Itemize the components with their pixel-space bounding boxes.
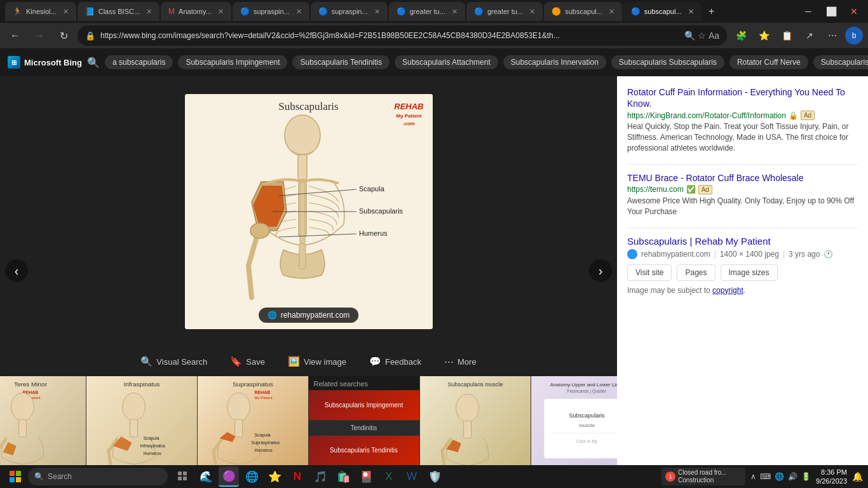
taskbar-clock[interactable]: 8:36 PM 9/26/2023 xyxy=(816,468,847,486)
tab-9-active[interactable]: 🔵 subscapul... ✕ xyxy=(623,2,702,21)
pill-a-subscapularis[interactable]: a subscapularis xyxy=(105,55,173,69)
visit-site-button[interactable]: Visit site xyxy=(627,264,672,281)
taskbar-store[interactable]: 🛍️ xyxy=(333,466,353,487)
thumbnail-5[interactable]: Subscapularis muscle xyxy=(420,376,531,465)
more-tools-button[interactable]: ⋯ xyxy=(822,25,843,46)
tab-7[interactable]: 🔵 greater tu... ✕ xyxy=(466,2,543,21)
back-button[interactable]: ← xyxy=(5,25,25,46)
main-content: ‹ › Subscapularis REHAB My Patient .com xyxy=(0,76,868,465)
taskbar-spotify[interactable]: 🎵 xyxy=(310,466,330,487)
bing-logo[interactable]: ⊞ Microsoft Bing xyxy=(8,56,82,69)
tab-close-9[interactable]: ✕ xyxy=(688,8,694,16)
svg-rect-59 xyxy=(10,477,15,482)
pill-innervation[interactable]: Subscapularis Innervation xyxy=(503,55,606,69)
pill-tendinitis[interactable]: Subscapularis Tendinitis xyxy=(292,55,390,69)
taskbar-teams[interactable]: 🟣 xyxy=(219,466,239,487)
bing-search-icon[interactable]: 🔍 xyxy=(87,57,100,69)
tab-close-2[interactable]: ✕ xyxy=(146,8,152,16)
thumbnail-4[interactable]: Supraspinatus REHAB My Patient Scapula S… xyxy=(198,376,309,465)
pill-fossa[interactable]: Subscapularis Fossa xyxy=(813,55,868,69)
more-button[interactable]: ⋯ More xyxy=(439,353,482,370)
tab-3[interactable]: M Anatomy... ✕ xyxy=(161,2,231,21)
copyright-link[interactable]: copyright xyxy=(712,286,743,295)
tab-close-3[interactable]: ✕ xyxy=(218,8,224,16)
notifications-icon[interactable]: 🔔 xyxy=(852,471,863,482)
taskbar-excel[interactable]: X xyxy=(379,466,399,487)
forward-button[interactable]: → xyxy=(29,25,50,46)
taskbar-disney[interactable]: ⭐ xyxy=(264,466,285,487)
start-button[interactable] xyxy=(5,466,25,487)
close-button[interactable]: ✕ xyxy=(845,3,863,20)
taskbar-edge[interactable]: 🌊 xyxy=(196,466,216,487)
battery-icon[interactable]: 🔋 xyxy=(801,472,811,481)
thumbnail-strip: Subscapularis REHAB My Patient xyxy=(0,376,617,465)
save-button[interactable]: 🔖 Save xyxy=(225,353,270,370)
chevron-icon[interactable]: ∧ xyxy=(750,472,756,481)
prev-image-button[interactable]: ‹ xyxy=(5,259,28,282)
reader-icon[interactable]: Aa xyxy=(709,30,719,41)
taskbar-mahjongg[interactable]: 🎴 xyxy=(356,466,376,487)
related-item-2[interactable]: Subscapularis Tendinitis xyxy=(309,436,419,466)
collections-button[interactable]: 📋 xyxy=(776,25,797,46)
pill-attachment[interactable]: Subscapularis Attachment xyxy=(395,55,498,69)
pill-subscapularis2[interactable]: Subscapularis Subscapularis xyxy=(611,55,724,69)
share-button[interactable]: ↗ xyxy=(799,25,820,46)
related-item-1[interactable]: Subscapularis Impingement xyxy=(309,390,419,421)
new-tab-button[interactable]: + xyxy=(703,3,721,20)
star-icon[interactable]: ☆ xyxy=(698,30,706,41)
pill-rotator-cuff[interactable]: Rotator Cuff Nerve xyxy=(729,55,808,69)
keyboard-icon[interactable]: ⌨ xyxy=(760,472,771,481)
minimize-button[interactable]: ─ xyxy=(799,3,817,20)
image-sizes-button[interactable]: Image sizes xyxy=(721,264,778,281)
taskbar-word[interactable]: W xyxy=(402,466,422,487)
tab-close-6[interactable]: ✕ xyxy=(452,8,458,16)
network-icon[interactable]: 🌐 xyxy=(775,472,784,481)
copyright-period: . xyxy=(743,286,745,295)
svg-text:Humerus: Humerus xyxy=(254,448,273,452)
taskbar-task-view[interactable] xyxy=(173,466,193,487)
tab-close-4[interactable]: ✕ xyxy=(296,8,302,16)
thumbnail-3[interactable]: Infraspinatus Scapula Infraspinatus Hume… xyxy=(86,376,198,465)
url-bar[interactable]: 🔒 https://www.bing.com/images/search?vie… xyxy=(78,25,727,46)
tab-close-5[interactable]: ✕ xyxy=(374,8,380,16)
tab-8[interactable]: 🟠 subscapul... ✕ xyxy=(544,2,622,21)
tab-close-7[interactable]: ✕ xyxy=(529,8,535,16)
taskbar-netflix[interactable]: N xyxy=(287,466,308,487)
svg-rect-27 xyxy=(130,419,137,437)
tab-close-8[interactable]: ✕ xyxy=(609,8,614,16)
taskbar-search[interactable]: 🔍 Search xyxy=(28,468,168,485)
visual-search-label: Visual Search xyxy=(156,357,207,367)
tab-4[interactable]: 🔵 supraspin... ✕ xyxy=(233,2,309,21)
pages-button[interactable]: Pages xyxy=(677,264,715,281)
search-icon[interactable]: 🔍 xyxy=(684,30,695,41)
tab-5[interactable]: 🔵 supraspin... ✕ xyxy=(311,2,388,21)
next-image-button[interactable]: › xyxy=(589,259,612,282)
notification-area[interactable]: 1 Closed road fro... Construction xyxy=(661,468,745,485)
view-image-button[interactable]: 🖼️ View image xyxy=(283,353,351,370)
tab-6[interactable]: 🔵 greater tu... ✕ xyxy=(389,2,465,21)
extensions-button[interactable]: 🧩 xyxy=(731,25,751,46)
refresh-button[interactable]: ↻ xyxy=(53,25,74,46)
visual-search-button[interactable]: 🔍 Visual Search xyxy=(135,353,212,370)
taskbar-security[interactable]: 🛡️ xyxy=(424,466,445,487)
thumbnail-2[interactable]: Teres Minor REHAB My Patient xyxy=(0,376,86,465)
thumbnail-6[interactable]: Anatomy-Upper and Lower Limb Flashcards … xyxy=(531,376,618,465)
tab-close-1[interactable]: ✕ xyxy=(63,8,69,16)
taskbar-edge-2[interactable]: 🌐 xyxy=(241,466,262,487)
volume-icon[interactable]: 🔊 xyxy=(788,472,797,481)
maximize-button[interactable]: ⬜ xyxy=(822,3,840,20)
feedback-button[interactable]: 💬 Feedback xyxy=(364,353,426,370)
ad-1-title[interactable]: Rotator Cuff Pain Information - Everythi… xyxy=(627,86,858,109)
tab-2[interactable]: 📘 Class BISC... ✕ xyxy=(78,2,159,21)
source-title[interactable]: Subscapularis | Rehab My Patient xyxy=(627,236,858,247)
favorites-button[interactable]: ⭐ xyxy=(754,25,774,46)
tab-1[interactable]: 🏃 Kinesiol... ✕ xyxy=(5,2,76,21)
image-source-badge[interactable]: 🌐 rehabmypatient.com xyxy=(259,308,359,323)
related-searches-card[interactable]: Related searches Subscapularis Impingeme… xyxy=(309,376,420,465)
pill-impingement[interactable]: Subscapularis Impingement xyxy=(178,55,287,69)
bing-button[interactable]: b xyxy=(845,27,863,44)
ad-2-title[interactable]: TEMU Brace - Rotator Cuff Brace Wholesal… xyxy=(627,172,858,184)
svg-rect-1 xyxy=(298,154,307,180)
svg-text:Humerus: Humerus xyxy=(143,451,161,456)
related-item-tendinitis[interactable]: Tendinitis xyxy=(309,421,419,436)
